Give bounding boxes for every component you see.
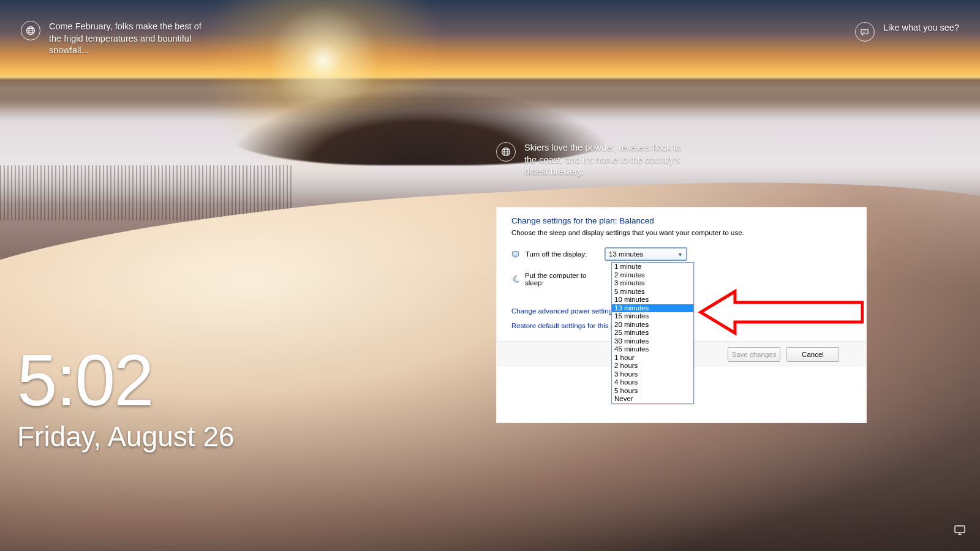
turn-off-display-dropdown[interactable]: 1 minute2 minutes3 minutes5 minutes10 mi… bbox=[611, 262, 694, 404]
dropdown-option[interactable]: Never bbox=[612, 395, 693, 403]
svg-rect-5 bbox=[955, 526, 965, 533]
turn-off-display-combo[interactable]: 13 minutes ▾ bbox=[605, 247, 687, 261]
spotlight-feedback[interactable]: Like what you see? bbox=[855, 22, 959, 42]
svg-rect-4 bbox=[861, 29, 868, 34]
save-changes-button[interactable]: Save changes bbox=[728, 347, 780, 362]
svg-rect-7 bbox=[514, 257, 517, 257]
dropdown-option[interactable]: 2 hours bbox=[612, 362, 693, 370]
dropdown-option[interactable]: 2 minutes bbox=[612, 271, 693, 280]
spotlight-tip-text: Skiers love the powder, revelers flock t… bbox=[524, 142, 684, 178]
chat-icon bbox=[855, 22, 875, 42]
dropdown-option[interactable]: 3 hours bbox=[612, 370, 693, 379]
globe-icon bbox=[21, 21, 40, 40]
dropdown-option[interactable]: 10 minutes bbox=[612, 296, 693, 304]
turn-off-display-value: 13 minutes bbox=[609, 250, 643, 258]
turn-off-display-label: Turn off the display: bbox=[526, 250, 587, 258]
dropdown-option[interactable]: 4 hours bbox=[612, 378, 693, 387]
chevron-down-icon: ▾ bbox=[676, 251, 684, 258]
dropdown-option[interactable]: 25 minutes bbox=[612, 329, 693, 337]
power-options-panel: Change settings for the plan: Balanced C… bbox=[496, 207, 867, 423]
lockscreen-clock: 5:02 Friday, August 26 bbox=[17, 344, 235, 453]
cancel-button[interactable]: Cancel bbox=[786, 347, 839, 362]
background-trees bbox=[0, 165, 294, 220]
spotlight-tip-text: Come February, folks make the best of th… bbox=[49, 21, 208, 57]
turn-off-display-row: Turn off the display: 13 minutes ▾ bbox=[497, 245, 866, 263]
sleep-label: Put the computer to sleep: bbox=[525, 272, 598, 287]
spotlight-feedback-text: Like what you see? bbox=[883, 22, 959, 34]
network-status-icon[interactable] bbox=[953, 524, 968, 539]
dropdown-option[interactable]: 5 hours bbox=[612, 387, 693, 395]
lockscreen-date: Friday, August 26 bbox=[17, 420, 235, 453]
dropdown-option[interactable]: 15 minutes bbox=[612, 312, 693, 321]
spotlight-tip-middle[interactable]: Skiers love the powder, revelers flock t… bbox=[496, 142, 684, 178]
dropdown-option[interactable]: 1 hour bbox=[612, 354, 693, 362]
dropdown-option[interactable]: 3 minutes bbox=[612, 279, 693, 288]
dropdown-option[interactable]: 13 minutes bbox=[612, 304, 693, 313]
dropdown-option[interactable]: 5 minutes bbox=[612, 288, 693, 296]
svg-rect-6 bbox=[512, 251, 518, 256]
moon-icon bbox=[511, 275, 520, 284]
dropdown-option[interactable]: 1 minute bbox=[612, 263, 693, 271]
panel-title: Change settings for the plan: Balanced bbox=[497, 208, 866, 229]
panel-subtitle: Choose the sleep and display settings th… bbox=[497, 229, 866, 245]
lockscreen-time: 5:02 bbox=[17, 344, 235, 416]
globe-icon bbox=[496, 142, 516, 162]
spotlight-tip-top-left[interactable]: Come February, folks make the best of th… bbox=[21, 21, 208, 57]
display-icon bbox=[511, 250, 521, 259]
dropdown-option[interactable]: 30 minutes bbox=[612, 337, 693, 346]
dropdown-option[interactable]: 20 minutes bbox=[612, 321, 693, 329]
dropdown-option[interactable]: 45 minutes bbox=[612, 345, 693, 354]
